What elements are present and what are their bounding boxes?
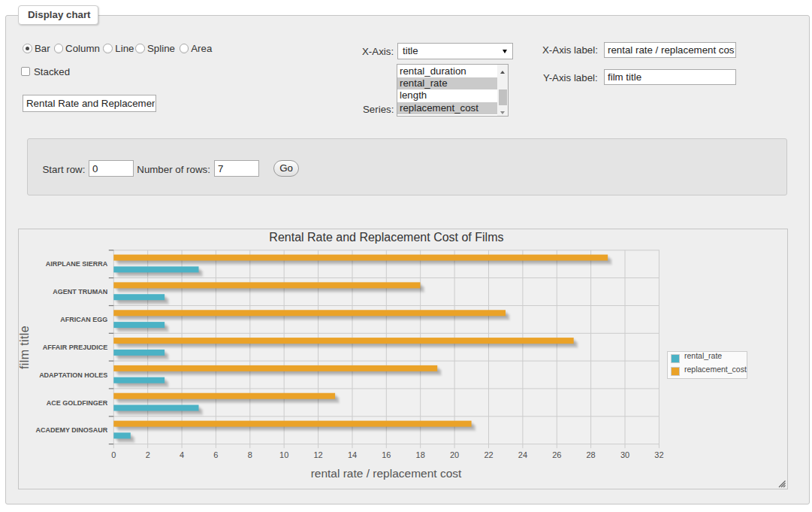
svg-text:4: 4 (180, 450, 184, 459)
svg-text:20: 20 (450, 450, 459, 459)
svg-text:16: 16 (382, 450, 391, 459)
svg-text:Rental Rate and Replacement Co: Rental Rate and Replacement Cost of Film… (269, 231, 503, 244)
svg-text:film title: film title (19, 326, 31, 369)
svg-text:26: 26 (552, 450, 561, 459)
svg-text:24: 24 (518, 450, 527, 459)
svg-text:12: 12 (313, 450, 322, 459)
svg-text:22: 22 (484, 450, 493, 459)
svg-text:AFRICAN EGG: AFRICAN EGG (60, 316, 107, 323)
svg-text:14: 14 (348, 450, 357, 459)
svg-text:18: 18 (416, 450, 425, 459)
svg-text:AFFAIR PREJUDICE: AFFAIR PREJUDICE (43, 344, 108, 351)
svg-text:ADAPTATION HOLES: ADAPTATION HOLES (39, 371, 107, 379)
svg-text:8: 8 (248, 450, 252, 459)
svg-text:ACE GOLDFINGER: ACE GOLDFINGER (47, 399, 108, 407)
svg-text:30: 30 (620, 450, 629, 459)
svg-text:ACADEMY DINOSAUR: ACADEMY DINOSAUR (35, 426, 107, 434)
svg-text:6: 6 (213, 450, 218, 459)
svg-text:rental rate / replacement cost: rental rate / replacement cost (311, 467, 462, 480)
svg-text:AIRPLANE SIERRA: AIRPLANE SIERRA (46, 260, 108, 268)
svg-text:32: 32 (654, 450, 663, 459)
svg-text:0: 0 (111, 450, 116, 459)
svg-text:AGENT TRUMAN: AGENT TRUMAN (53, 288, 107, 295)
svg-text:2: 2 (146, 450, 150, 459)
svg-text:10: 10 (279, 450, 288, 459)
svg-text:28: 28 (586, 450, 595, 459)
